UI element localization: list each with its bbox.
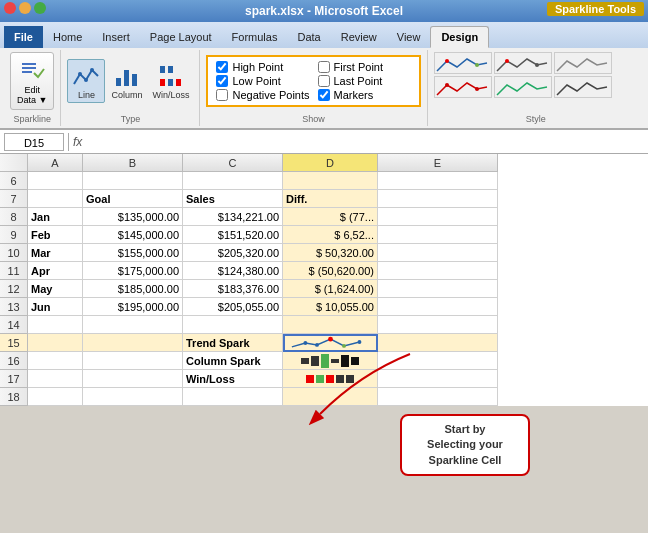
cell-d9[interactable]: $ 6,52... (283, 226, 378, 244)
style-preview-4[interactable] (434, 76, 492, 98)
type-column-button[interactable]: Column (107, 60, 146, 102)
cell-d14[interactable] (283, 316, 378, 334)
show-first-point[interactable]: First Point (318, 61, 411, 73)
col-header-a[interactable]: A (28, 154, 83, 172)
cell-d10[interactable]: $ 50,320.00 (283, 244, 378, 262)
cell-c8[interactable]: $134,221.00 (183, 208, 283, 226)
cell-a12[interactable]: May (28, 280, 83, 298)
cell-c17[interactable]: Win/Loss (183, 370, 283, 388)
cell-b13[interactable]: $195,000.00 (83, 298, 183, 316)
cell-e10[interactable] (378, 244, 498, 262)
style-preview-2[interactable] (494, 52, 552, 74)
tab-data[interactable]: Data (287, 26, 330, 48)
cell-e11[interactable] (378, 262, 498, 280)
first-point-label: First Point (334, 61, 384, 73)
negative-points-checkbox[interactable] (216, 89, 228, 101)
type-column-label: Column (111, 90, 142, 100)
cell-a11[interactable]: Apr (28, 262, 83, 280)
cell-c12[interactable]: $183,376.00 (183, 280, 283, 298)
cell-c6[interactable] (183, 172, 283, 190)
cell-c9[interactable]: $151,520.00 (183, 226, 283, 244)
cell-b17[interactable] (83, 370, 183, 388)
cell-a9[interactable]: Feb (28, 226, 83, 244)
cell-a16[interactable] (28, 352, 83, 370)
cell-reference-box[interactable]: D15 (4, 133, 64, 151)
cell-e12[interactable] (378, 280, 498, 298)
style-preview-3[interactable] (554, 52, 612, 74)
cell-c18[interactable] (183, 388, 283, 406)
cell-c11[interactable]: $124,380.00 (183, 262, 283, 280)
show-last-point[interactable]: Last Point (318, 75, 411, 87)
style-preview-6[interactable] (554, 76, 612, 98)
cell-d11[interactable]: $ (50,620.00) (283, 262, 378, 280)
tab-page-layout[interactable]: Page Layout (140, 26, 222, 48)
tab-review[interactable]: Review (331, 26, 387, 48)
cell-e7[interactable] (378, 190, 498, 208)
col-header-b[interactable]: B (83, 154, 183, 172)
cell-a18[interactable] (28, 388, 83, 406)
col-header-e[interactable]: E (378, 154, 498, 172)
cell-a15[interactable] (28, 334, 83, 352)
cell-c16[interactable]: Column Spark (183, 352, 283, 370)
cell-e13[interactable] (378, 298, 498, 316)
cell-b6[interactable] (83, 172, 183, 190)
svg-point-5 (90, 68, 94, 72)
cell-c7[interactable]: Sales (183, 190, 283, 208)
type-line-button[interactable]: Line (67, 59, 105, 103)
cell-a17[interactable] (28, 370, 83, 388)
cell-d6[interactable] (283, 172, 378, 190)
show-negative-points[interactable]: Negative Points (216, 89, 309, 101)
cell-a14[interactable] (28, 316, 83, 334)
tab-formulas[interactable]: Formulas (222, 26, 288, 48)
cell-a10[interactable]: Mar (28, 244, 83, 262)
cell-a7[interactable] (28, 190, 83, 208)
tab-home[interactable]: Home (43, 26, 92, 48)
cell-a8[interactable]: Jan (28, 208, 83, 226)
cell-c10[interactable]: $205,320.00 (183, 244, 283, 262)
cell-b16[interactable] (83, 352, 183, 370)
style-preview-1[interactable] (434, 52, 492, 74)
cell-a6[interactable] (28, 172, 83, 190)
cell-d13[interactable]: $ 10,055.00 (283, 298, 378, 316)
first-point-checkbox[interactable] (318, 61, 330, 73)
svg-point-18 (445, 83, 449, 87)
type-winloss-button[interactable]: Win/Loss (148, 60, 193, 102)
cell-e14[interactable] (378, 316, 498, 334)
cell-b9[interactable]: $145,000.00 (83, 226, 183, 244)
style-preview-5[interactable] (494, 76, 552, 98)
cell-b18[interactable] (83, 388, 183, 406)
cell-c15[interactable]: Trend Spark (183, 334, 283, 352)
col-header-d[interactable]: D (283, 154, 378, 172)
cell-a13[interactable]: Jun (28, 298, 83, 316)
cell-c14[interactable] (183, 316, 283, 334)
cell-e8[interactable] (378, 208, 498, 226)
show-high-point[interactable]: High Point (216, 61, 309, 73)
show-markers[interactable]: Markers (318, 89, 411, 101)
tab-view[interactable]: View (387, 26, 431, 48)
cell-b15[interactable] (83, 334, 183, 352)
last-point-checkbox[interactable] (318, 75, 330, 87)
low-point-checkbox[interactable] (216, 75, 228, 87)
cell-d7[interactable]: Diff. (283, 190, 378, 208)
markers-checkbox[interactable] (318, 89, 330, 101)
cell-b10[interactable]: $155,000.00 (83, 244, 183, 262)
cell-d8[interactable]: $ (77... (283, 208, 378, 226)
cell-e6[interactable] (378, 172, 498, 190)
cell-d12[interactable]: $ (1,624.00) (283, 280, 378, 298)
show-low-point[interactable]: Low Point (216, 75, 309, 87)
low-point-label: Low Point (232, 75, 280, 87)
edit-data-button[interactable]: Edit Data ▼ (10, 52, 54, 110)
cell-b14[interactable] (83, 316, 183, 334)
cell-b7[interactable]: Goal (83, 190, 183, 208)
cell-b8[interactable]: $135,000.00 (83, 208, 183, 226)
cell-b11[interactable]: $175,000.00 (83, 262, 183, 280)
tab-insert[interactable]: Insert (92, 26, 140, 48)
col-header-c[interactable]: C (183, 154, 283, 172)
high-point-checkbox[interactable] (216, 61, 228, 73)
row-num-12: 12 (0, 280, 28, 298)
cell-e9[interactable] (378, 226, 498, 244)
cell-b12[interactable]: $185,000.00 (83, 280, 183, 298)
cell-c13[interactable]: $205,055.00 (183, 298, 283, 316)
tab-design[interactable]: Design (430, 26, 489, 48)
tab-file[interactable]: File (4, 26, 43, 48)
